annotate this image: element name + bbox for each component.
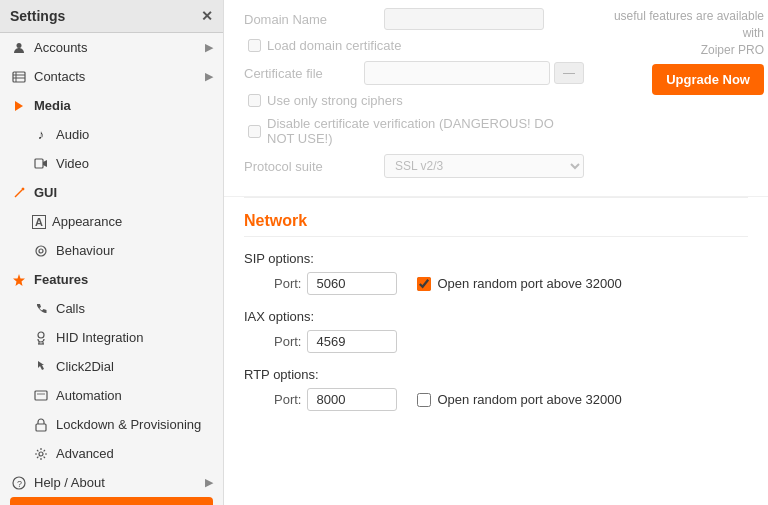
features-star-icon (10, 273, 28, 287)
sidebar-item-appearance[interactable]: A Appearance (0, 207, 223, 236)
sidebar-item-hid[interactable]: HID Integration (0, 323, 223, 352)
svg-point-10 (36, 246, 46, 256)
upgrade-text: useful features are available withZoiper… (604, 8, 764, 58)
sip-random-port-checkbox[interactable] (417, 277, 431, 291)
strong-ciphers-checkbox[interactable] (248, 94, 261, 107)
cert-dropdown-btn[interactable]: — (554, 62, 584, 84)
sidebar-item-click2dial[interactable]: Click2Dial (0, 352, 223, 381)
rtp-options-label: RTP options: (244, 367, 748, 382)
upgrade-box: useful features are available withZoiper… (604, 8, 764, 95)
sip-random-port-label: Open random port above 32000 (437, 276, 621, 291)
video-icon (32, 158, 50, 169)
top-section: Domain Name Load domain certificate Cert… (224, 0, 768, 197)
svg-rect-1 (13, 72, 25, 82)
strong-ciphers-row: Use only strong ciphers (244, 93, 584, 108)
svg-rect-6 (35, 159, 43, 168)
gui-label: GUI (34, 185, 57, 200)
load-cert-checkbox[interactable] (248, 39, 261, 52)
domain-name-label: Domain Name (244, 12, 384, 27)
rtp-random-port-label: Open random port above 32000 (437, 392, 621, 407)
svg-rect-17 (35, 391, 47, 400)
disable-cert-row: Disable certificate verification (DANGER… (244, 116, 584, 146)
activate-pro-button[interactable]: Activate PRO (10, 497, 213, 505)
rtp-port-label: Port: (274, 392, 301, 407)
sip-port-input[interactable] (307, 272, 397, 295)
domain-name-input[interactable] (384, 8, 544, 30)
advanced-label: Advanced (56, 446, 114, 461)
rtp-port-input[interactable] (307, 388, 397, 411)
left-fields: Domain Name Load domain certificate Cert… (244, 8, 584, 188)
accounts-icon (10, 41, 28, 55)
sidebar-item-advanced[interactable]: Advanced (0, 439, 223, 468)
iax-options-row: Port: (244, 330, 748, 353)
cert-file-label: Certificate file (244, 66, 364, 81)
sidebar-item-video[interactable]: Video (0, 149, 223, 178)
override-domain-row: Domain Name (244, 8, 584, 30)
disable-cert-label: Disable certificate verification (DANGER… (267, 116, 584, 146)
upgrade-now-button[interactable]: Upgrade Now (652, 64, 764, 95)
svg-rect-19 (36, 424, 46, 431)
close-icon[interactable]: ✕ (201, 8, 213, 24)
sidebar-bottom: Activate PRO (0, 497, 223, 505)
media-label: Media (34, 98, 71, 113)
contacts-chevron: ▶ (205, 70, 213, 83)
calls-icon (32, 302, 50, 315)
click2dial-label: Click2Dial (56, 359, 114, 374)
calls-label: Calls (56, 301, 85, 316)
audio-icon: ♪ (32, 127, 50, 142)
sidebar-item-calls[interactable]: Calls (0, 294, 223, 323)
rtp-random-port-row: Open random port above 32000 (417, 392, 621, 407)
contacts-icon (10, 70, 28, 84)
iax-port-input[interactable] (307, 330, 397, 353)
sip-options-label: SIP options: (244, 251, 748, 266)
cert-file-row: Certificate file — (244, 61, 584, 85)
lockdown-label: Lockdown & Provisioning (56, 417, 201, 432)
rtp-options-row: Port: Open random port above 32000 (244, 388, 748, 411)
click2dial-icon (32, 360, 50, 373)
strong-ciphers-label: Use only strong ciphers (267, 93, 403, 108)
sidebar-item-features[interactable]: Features (0, 265, 223, 294)
sip-options-row: Port: Open random port above 32000 (244, 272, 748, 295)
video-label: Video (56, 156, 89, 171)
lockdown-icon (32, 418, 50, 432)
behaviour-label: Behaviour (56, 243, 115, 258)
sip-random-port-row: Open random port above 32000 (417, 276, 621, 291)
sidebar-item-lockdown[interactable]: Lockdown & Provisioning (0, 410, 223, 439)
sidebar-title: Settings (10, 8, 65, 24)
sidebar-item-behaviour[interactable]: Behaviour (0, 236, 223, 265)
cert-file-input[interactable] (364, 61, 550, 85)
sidebar: Settings ✕ Accounts ▶ Contacts ▶ Media ♪… (0, 0, 224, 505)
divider (244, 197, 748, 198)
sidebar-item-media[interactable]: Media (0, 91, 223, 120)
protocol-suite-select[interactable]: SSL v2/3 (384, 154, 584, 178)
accounts-chevron: ▶ (205, 41, 213, 54)
load-cert-label: Load domain certificate (267, 38, 401, 53)
audio-label: Audio (56, 127, 89, 142)
sidebar-item-gui[interactable]: GUI (0, 178, 223, 207)
sidebar-item-audio[interactable]: ♪ Audio (0, 120, 223, 149)
sidebar-header: Settings ✕ (0, 0, 223, 33)
hid-icon (32, 331, 50, 345)
features-label: Features (34, 272, 88, 287)
sidebar-item-help[interactable]: ? Help / About ▶ (0, 468, 223, 497)
svg-marker-5 (15, 101, 23, 111)
accounts-label: Accounts (34, 40, 87, 55)
rtp-options-group: RTP options: Port: Open random port abov… (244, 367, 748, 411)
appearance-icon: A (32, 215, 46, 229)
sip-options-group: SIP options: Port: Open random port abov… (244, 251, 748, 295)
disable-cert-checkbox[interactable] (248, 125, 261, 138)
rtp-random-port-checkbox[interactable] (417, 393, 431, 407)
help-icon: ? (10, 476, 28, 490)
help-chevron: ▶ (205, 476, 213, 489)
gui-icon (10, 186, 28, 199)
advanced-icon (32, 447, 50, 461)
sidebar-item-automation[interactable]: Automation (0, 381, 223, 410)
automation-label: Automation (56, 388, 122, 403)
network-title: Network (244, 212, 748, 237)
svg-text:?: ? (17, 479, 22, 489)
sidebar-item-contacts[interactable]: Contacts ▶ (0, 62, 223, 91)
svg-marker-12 (13, 274, 25, 286)
iax-options-label: IAX options: (244, 309, 748, 324)
sidebar-item-accounts[interactable]: Accounts ▶ (0, 33, 223, 62)
appearance-label: Appearance (52, 214, 122, 229)
